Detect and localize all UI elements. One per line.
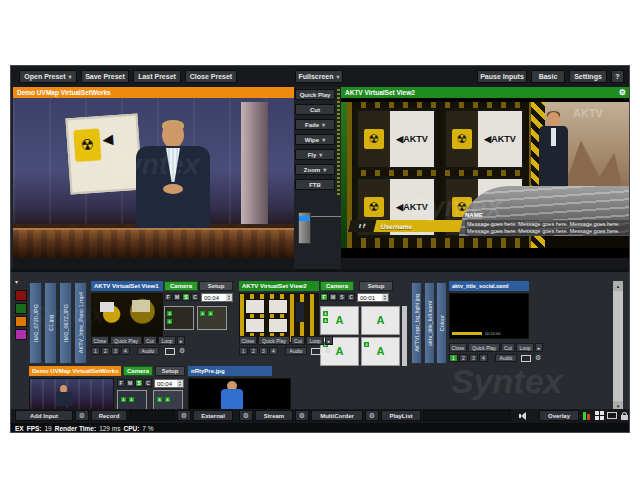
position-2-button[interactable]: 2 <box>459 354 468 362</box>
minimized-input[interactable]: AKTVLogo_bg_light.jpg <box>411 282 422 364</box>
speed-slow-button[interactable]: S <box>338 293 346 301</box>
audio-button[interactable]: Audio <box>285 347 307 355</box>
angle-preview[interactable]: A <box>361 306 400 335</box>
camera-button[interactable]: Camera <box>123 366 153 376</box>
category-chip-red[interactable] <box>15 290 27 301</box>
transition-time-field[interactable]: 00:04 ▴▾ <box>154 379 184 388</box>
angle-preview[interactable]: A A <box>117 390 147 409</box>
spinner-icon[interactable]: ▴▾ <box>177 380 183 387</box>
monitor-icon[interactable] <box>311 348 321 355</box>
save-preset-button[interactable]: Save Preset <box>81 70 129 83</box>
minimized-input[interactable]: C1.jpg <box>44 282 57 364</box>
cut-button[interactable]: Cut <box>143 336 157 345</box>
close-preset-button[interactable]: Close Preset <box>185 70 237 83</box>
tbar-handle[interactable] <box>299 216 310 221</box>
position-3-button[interactable]: 3 <box>469 354 478 362</box>
close-button[interactable]: Close <box>239 336 257 345</box>
chevron-down-icon[interactable]: ▾ <box>15 278 18 285</box>
quick-play-button[interactable]: Quick Play <box>468 343 500 352</box>
multicorder-button[interactable]: MultiCorder <box>311 410 363 421</box>
angle-preview[interactable]: A A <box>164 306 194 330</box>
audio-button[interactable]: Audio <box>495 354 517 362</box>
wipe-button[interactable]: Wipe ▾ <box>295 134 335 145</box>
minimized-input[interactable]: aktv_title_full.xaml <box>424 282 435 364</box>
close-button[interactable]: Close <box>449 343 467 352</box>
category-chip-magenta[interactable] <box>15 329 27 340</box>
loop-button[interactable]: Loop <box>306 336 324 345</box>
angle-grid-scrollbar[interactable] <box>402 306 407 366</box>
input-title-bar[interactable]: nRtyPre.jpg <box>188 366 272 376</box>
gear-icon[interactable]: ⚙ <box>619 88 626 97</box>
gear-icon[interactable]: ⚙ <box>179 347 185 355</box>
position-4-button[interactable]: 4 <box>121 347 130 355</box>
minimized-input[interactable]: IMG_0720.JPG <box>29 282 42 364</box>
speed-medium-button[interactable]: M <box>173 293 181 301</box>
play-icon[interactable]: ▸ <box>535 343 543 352</box>
fullscreen-button[interactable]: Fullscreen ▾ <box>295 70 343 83</box>
zoom-button[interactable]: Zoom ▾ <box>295 164 335 175</box>
close-button[interactable]: Close <box>91 336 109 345</box>
input-title-bar[interactable]: aktv_title_social.xaml <box>449 281 529 291</box>
speed-medium-button[interactable]: M <box>329 293 337 301</box>
program-video[interactable]: ☢ ◀AKTV ☢ ◀AKTV ☢ ◀AKTV ☢ ◀AKTV AKTV <box>341 98 629 258</box>
gear-icon[interactable]: ⚙ <box>295 410 309 421</box>
preview-video[interactable]: ☢ ◀ Syntex <box>13 98 294 258</box>
angle-preview[interactable]: A A A <box>320 306 359 335</box>
position-1-button[interactable]: 1 <box>449 354 458 362</box>
quick-play-button[interactable]: Quick Play <box>110 336 142 345</box>
gear-icon[interactable]: ⚙ <box>325 347 331 355</box>
angle-preview[interactable]: A A <box>361 337 400 366</box>
multiview-grid-icon[interactable] <box>595 411 604 420</box>
overlay-button[interactable]: Overlay <box>539 410 579 421</box>
category-chip-green[interactable] <box>15 303 27 314</box>
input-thumbnail[interactable] <box>188 378 291 409</box>
last-preset-button[interactable]: Last Preset <box>133 70 181 83</box>
gear-icon[interactable]: ⚙ <box>535 354 541 362</box>
spinner-icon[interactable]: ▴▾ <box>382 294 388 301</box>
input-title-bar[interactable]: AKTV VirtualSet View2 <box>239 281 319 291</box>
position-3-button[interactable]: 3 <box>111 347 120 355</box>
gear-icon[interactable]: ⚙ <box>365 410 379 421</box>
angle-preview[interactable]: A A <box>197 306 227 330</box>
play-icon[interactable]: ▸ <box>177 336 185 345</box>
fullscreen-monitor-icon[interactable] <box>607 412 617 419</box>
basic-button[interactable]: Basic <box>531 70 565 83</box>
scroll-down-icon[interactable]: ▾ <box>613 401 623 409</box>
speaker-icon[interactable] <box>519 412 531 420</box>
stream-button[interactable]: Stream <box>255 410 293 421</box>
loop-button[interactable]: Loop <box>516 343 534 352</box>
preview-title-bar[interactable]: Demo UVMap VirtualSetWorks <box>13 87 294 98</box>
help-button[interactable]: ? <box>611 70 624 83</box>
speed-custom-button[interactable]: C <box>191 293 199 301</box>
transition-time-field[interactable]: 00:01 ▴▾ <box>357 293 389 302</box>
monitor-icon[interactable] <box>521 355 531 362</box>
scroll-up-icon[interactable]: ▴ <box>613 281 623 291</box>
quick-play-button[interactable]: Quick Play <box>295 89 335 100</box>
angle-preview[interactable]: A A <box>153 390 183 409</box>
play-icon[interactable]: ▸ <box>325 336 333 345</box>
pause-inputs-button[interactable]: Pause Inputs <box>477 70 527 83</box>
speed-fast-button[interactable]: F <box>164 293 172 301</box>
input-title-bar[interactable]: AKTV VirtualSet View1 <box>91 281 163 291</box>
transition-tbar[interactable] <box>298 212 311 244</box>
open-preset-button[interactable]: Open Preset ▾ <box>19 70 77 83</box>
cut-button[interactable]: Cut <box>291 336 305 345</box>
gear-icon[interactable]: ⚙ <box>239 410 253 421</box>
input-title-bar[interactable]: Demo UVMap VirtualSetWorks <box>29 366 121 376</box>
spinner-icon[interactable]: ▴▾ <box>226 294 232 301</box>
cut-button[interactable]: Cut <box>501 343 515 352</box>
position-3-button[interactable]: 3 <box>259 347 268 355</box>
setup-button[interactable]: Setup <box>359 281 393 291</box>
category-chip-orange[interactable] <box>15 316 27 327</box>
audio-button[interactable]: Audio <box>137 347 159 355</box>
lock-icon[interactable] <box>621 415 628 420</box>
add-input-button[interactable]: Add Input <box>15 410 73 421</box>
fly-button[interactable]: Fly ▾ <box>295 149 335 160</box>
speed-fast-button[interactable]: F <box>320 293 328 301</box>
minimized-input[interactable]: IMG_0672.JPG <box>59 282 72 364</box>
setup-button[interactable]: Setup <box>199 281 233 291</box>
monitor-icon[interactable] <box>165 348 175 355</box>
gear-icon[interactable]: ⚙ <box>177 410 191 421</box>
program-title-bar[interactable]: AKTV VirtualSet View2 ⚙ <box>341 87 629 98</box>
settings-button[interactable]: Settings <box>569 70 607 83</box>
